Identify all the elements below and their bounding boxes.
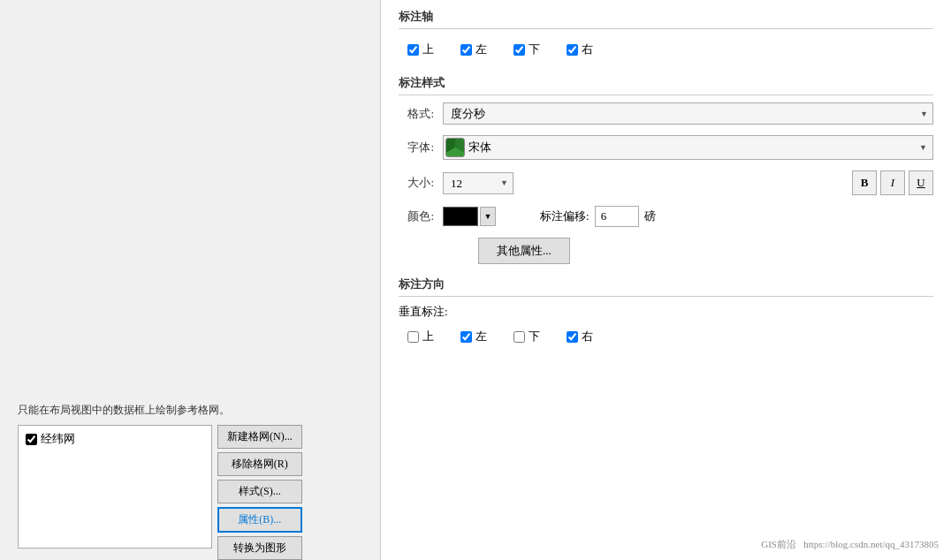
axis-top-checkbox[interactable] bbox=[407, 44, 419, 56]
color-swatch[interactable] bbox=[443, 207, 478, 226]
new-grid-button[interactable]: 新建格网(N)... bbox=[217, 425, 302, 449]
offset-area: 标注偏移: 磅 bbox=[540, 206, 656, 227]
direction-checkboxes-row: 上 左 下 右 bbox=[399, 323, 933, 350]
grid-list-area: 经纬网 新建格网(N)... 移除格网(R) 样式(S)... 属性(B)...… bbox=[18, 425, 362, 560]
italic-label: I bbox=[891, 176, 894, 190]
bold-label: B bbox=[861, 176, 869, 190]
watermark: GIS前沿 https://blog.csdn.net/qq_43173805 bbox=[756, 536, 944, 553]
font-label: 字体: bbox=[399, 140, 434, 155]
font-row: 字体: 宋体 ▼ bbox=[399, 135, 933, 160]
right-buttons: 新建格网(N)... 移除格网(R) 样式(S)... 属性(B)... 转换为… bbox=[217, 425, 302, 560]
size-select[interactable]: 8 9 10 11 12 14 bbox=[443, 172, 514, 194]
size-row: 大小: 8 9 10 11 12 14 B bbox=[399, 170, 933, 195]
axis-bottom-label[interactable]: 下 bbox=[514, 42, 540, 57]
biaozhuzhu-title: 标注轴 bbox=[399, 9, 933, 29]
dir-right-text: 右 bbox=[582, 329, 593, 344]
color-dropdown-button[interactable]: ▼ bbox=[480, 207, 496, 226]
size-label: 大小: bbox=[399, 175, 434, 191]
watermark-url: https://blog.csdn.net/qq_43173805 bbox=[803, 539, 939, 549]
axis-top-label[interactable]: 上 bbox=[407, 42, 434, 57]
biaozhuzhu-row: 上 左 下 右 bbox=[399, 36, 933, 63]
dir-top-text: 上 bbox=[422, 329, 434, 344]
other-props-button[interactable]: 其他属性... bbox=[478, 238, 570, 264]
font-chevron-icon: ▼ bbox=[919, 143, 927, 152]
section-biaozhuzhu: 标注轴 上 左 下 右 bbox=[399, 9, 933, 63]
text-style-buttons: B I U bbox=[852, 170, 933, 195]
style-button[interactable]: 样式(S)... bbox=[217, 480, 302, 503]
grid-list-box: 经纬网 bbox=[18, 425, 212, 549]
font-select-wrapper[interactable]: 宋体 ▼ bbox=[443, 135, 933, 160]
grid-checkbox[interactable] bbox=[26, 434, 37, 445]
format-select-wrapper: 度分秒 度 度分 bbox=[443, 102, 933, 125]
offset-unit: 磅 bbox=[644, 208, 656, 224]
dir-right-checkbox[interactable] bbox=[567, 331, 578, 343]
dir-bottom-checkbox[interactable] bbox=[514, 331, 525, 343]
bold-button[interactable]: B bbox=[852, 170, 877, 195]
format-select[interactable]: 度分秒 度 度分 bbox=[443, 102, 933, 125]
offset-label: 标注偏移: bbox=[540, 208, 590, 224]
list-item: 经纬网 bbox=[22, 429, 208, 449]
axis-right-text: 右 bbox=[582, 42, 593, 57]
brand-text: GIS前沿 bbox=[761, 539, 796, 549]
info-text: 只能在布局视图中的数据框上绘制参考格网。 bbox=[18, 403, 362, 418]
dir-right-label[interactable]: 右 bbox=[567, 329, 593, 344]
left-panel: 只能在布局视图中的数据框上绘制参考格网。 经纬网 新建格网(N)... 移除格网… bbox=[0, 0, 380, 560]
axis-left-label[interactable]: 左 bbox=[460, 42, 487, 57]
dir-top-checkbox[interactable] bbox=[407, 331, 419, 343]
axis-right-checkbox[interactable] bbox=[567, 44, 578, 56]
vertical-label-row: 垂直标注: bbox=[399, 304, 933, 320]
font-name: 宋体 bbox=[468, 140, 916, 155]
dir-left-checkbox[interactable] bbox=[460, 331, 472, 343]
axis-left-text: 左 bbox=[476, 42, 487, 57]
color-box-wrapper: ▼ bbox=[443, 207, 496, 226]
axis-top-text: 上 bbox=[422, 42, 434, 57]
axis-bottom-text: 下 bbox=[529, 42, 540, 57]
remove-grid-button[interactable]: 移除格网(R) bbox=[217, 452, 302, 476]
right-panel: 标注轴 上 左 下 右 bbox=[380, 0, 951, 560]
color-label: 颜色: bbox=[399, 208, 434, 224]
properties-button[interactable]: 属性(B)... bbox=[217, 507, 302, 533]
axis-bottom-checkbox[interactable] bbox=[514, 44, 525, 56]
dir-top-label[interactable]: 上 bbox=[407, 329, 434, 344]
dir-bottom-label[interactable]: 下 bbox=[514, 329, 540, 344]
format-label: 格式: bbox=[399, 106, 434, 122]
dir-left-label[interactable]: 左 bbox=[460, 329, 487, 344]
biaozhustyle-title: 标注样式 bbox=[399, 75, 933, 95]
underline-button[interactable]: U bbox=[909, 170, 933, 195]
offset-input[interactable] bbox=[595, 206, 639, 227]
section-biaozhufangxiang: 标注方向 垂直标注: 上 左 下 右 bbox=[399, 276, 933, 350]
main-container: 只能在布局视图中的数据框上绘制参考格网。 经纬网 新建格网(N)... 移除格网… bbox=[0, 0, 951, 560]
size-select-wrapper: 8 9 10 11 12 14 bbox=[443, 172, 514, 194]
convert-button[interactable]: 转换为图形 bbox=[217, 536, 302, 560]
axis-right-label[interactable]: 右 bbox=[567, 42, 593, 57]
underline-label: U bbox=[917, 176, 924, 190]
axis-left-checkbox[interactable] bbox=[460, 44, 472, 56]
italic-button[interactable]: I bbox=[880, 170, 905, 195]
font-icon bbox=[445, 138, 465, 157]
vertical-label: 垂直标注: bbox=[399, 304, 452, 320]
section-biaozhustyle: 标注样式 格式: 度分秒 度 度分 字体: 宋体 ▼ bbox=[399, 75, 933, 264]
biaozhufangxiang-title: 标注方向 bbox=[399, 276, 933, 297]
dir-left-text: 左 bbox=[476, 329, 487, 344]
dir-bottom-text: 下 bbox=[529, 329, 540, 344]
grid-item-label: 经纬网 bbox=[41, 431, 75, 447]
other-props-area: 其他属性... bbox=[399, 238, 933, 264]
format-row: 格式: 度分秒 度 度分 bbox=[399, 102, 933, 125]
color-row: 颜色: ▼ 标注偏移: 磅 bbox=[399, 206, 933, 227]
